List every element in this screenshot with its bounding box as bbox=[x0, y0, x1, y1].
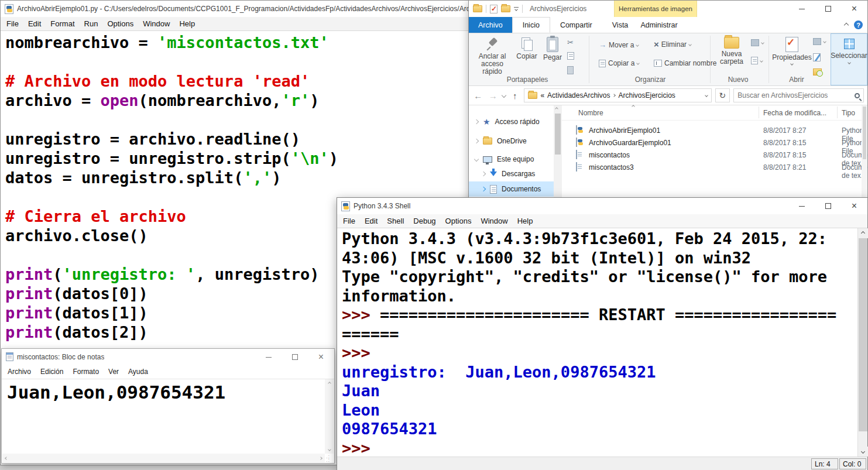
copy-button[interactable]: Copiar bbox=[513, 37, 540, 60]
breadcrumb[interactable]: « ActividadesArchivos ArchivosEjercicios bbox=[524, 88, 711, 102]
customize-toolbar-icon[interactable] bbox=[514, 7, 519, 11]
delete-button[interactable]: ×Eliminar bbox=[654, 40, 691, 49]
new-folder-quick-icon[interactable] bbox=[501, 5, 510, 12]
sidebar-item-onedrive[interactable]: OneDrive bbox=[469, 133, 554, 149]
sidebar-item-acceso-rápido[interactable]: ★Acceso rápido bbox=[469, 114, 554, 129]
shell-menu-file[interactable]: File bbox=[338, 214, 360, 228]
shell-menu-help[interactable]: Help bbox=[513, 214, 538, 228]
help-icon[interactable]: ? bbox=[854, 20, 863, 29]
notepad-vertical-scrollbar[interactable] bbox=[325, 379, 334, 454]
expand-chevron-icon[interactable] bbox=[474, 139, 479, 143]
file-row-ArchivoAbrirEjemplo01[interactable]: ArchivoAbrirEjemplo018/8/2017 8:27Python… bbox=[562, 125, 862, 137]
breadcrumb-crumb[interactable]: ActividadesArchivos bbox=[547, 91, 610, 100]
file-row-ArchivoGuardarEjemplo01[interactable]: ArchivoGuardarEjemplo018/8/2017 8:15Pyth… bbox=[562, 137, 862, 149]
file-row-miscontactos3[interactable]: miscontactos38/8/2017 8:21Documento de t… bbox=[562, 162, 862, 174]
history-button[interactable] bbox=[813, 68, 822, 76]
shell-menu-window[interactable]: Window bbox=[476, 214, 512, 228]
shell-maximize-button[interactable] bbox=[815, 198, 841, 214]
shell-menu-shell[interactable]: Shell bbox=[382, 214, 409, 228]
select-button[interactable]: Seleccionar bbox=[831, 33, 867, 85]
notepad-menu-archivo[interactable]: Archivo bbox=[3, 365, 36, 379]
column-header-tipo[interactable]: Tipo bbox=[842, 109, 855, 117]
notepad-menu-ver[interactable]: Ver bbox=[104, 365, 123, 379]
shell-titlebar[interactable]: Python 3.4.3 Shell × bbox=[337, 198, 867, 214]
address-dropdown-icon[interactable] bbox=[705, 94, 708, 97]
notepad-horizontal-scrollbar[interactable] bbox=[2, 454, 325, 462]
idle-menu-options[interactable]: Options bbox=[102, 17, 138, 31]
copy-to-button[interactable]: Copiar a bbox=[599, 59, 639, 67]
file-name: ArchivoGuardarEjemplo01 bbox=[589, 139, 671, 147]
notepad-menu-edición[interactable]: Edición bbox=[36, 365, 68, 379]
edit-button[interactable] bbox=[813, 53, 821, 61]
move-to-button[interactable]: →Mover a bbox=[599, 40, 639, 49]
shell-text-area[interactable]: Python 3.4.3 (v3.4.3:9b73f1c3e601, Feb 2… bbox=[337, 228, 857, 457]
explorer-maximize-button[interactable] bbox=[815, 1, 841, 17]
tab-compartir[interactable]: Compartir bbox=[550, 17, 602, 33]
explorer-titlebar[interactable]: ArchivosEjercicios Herramientas de image… bbox=[469, 1, 867, 17]
explorer-minimize-button[interactable] bbox=[788, 1, 815, 17]
explorer-close-button[interactable]: × bbox=[841, 1, 867, 17]
file-list-scrollbar[interactable] bbox=[862, 105, 867, 203]
code-line: nombrearchivo = 'miscontactos.txt' bbox=[5, 33, 469, 52]
up-button[interactable]: ↑ bbox=[509, 91, 521, 101]
notepad-menu-ayuda[interactable]: Ayuda bbox=[123, 365, 153, 379]
column-header-nombre[interactable]: Nombre bbox=[578, 109, 603, 117]
idle-menu-help[interactable]: Help bbox=[174, 17, 200, 31]
tab-archivo[interactable]: Archivo bbox=[469, 17, 512, 33]
breadcrumb-crumb[interactable]: ArchivosEjercicios bbox=[618, 91, 675, 100]
recent-locations-icon[interactable] bbox=[502, 93, 506, 98]
new-item-button[interactable] bbox=[751, 57, 763, 64]
sidebar-item-documentos[interactable]: Documentos bbox=[469, 181, 554, 197]
notepad-minimize-button[interactable] bbox=[255, 349, 282, 365]
notepad-text-area[interactable]: Juan,Leon,0987654321 bbox=[2, 379, 325, 454]
search-box[interactable] bbox=[733, 88, 864, 102]
file-row-miscontactos[interactable]: miscontactos8/8/2017 8:15Documento de te… bbox=[562, 149, 862, 162]
cut-button[interactable]: ✂ bbox=[567, 38, 574, 47]
notepad-titlebar[interactable]: miscontactos: Bloc de notas × bbox=[2, 349, 334, 365]
shell-scrollbar[interactable] bbox=[857, 228, 867, 457]
notepad-resize-grip[interactable]: .:.: bbox=[326, 455, 333, 462]
properties-button[interactable]: Propiedades bbox=[773, 37, 811, 65]
idle-editor-titlebar[interactable]: ArchivoAbrirEjemplo01.py - C:/Users/edel… bbox=[1, 1, 469, 17]
tab-inicio[interactable]: Inicio bbox=[512, 17, 550, 33]
expand-chevron-icon[interactable] bbox=[481, 171, 486, 176]
sidebar-item-este-equipo[interactable]: Este equipo bbox=[469, 152, 554, 167]
search-input[interactable] bbox=[737, 91, 843, 100]
expand-chevron-icon[interactable] bbox=[474, 157, 479, 162]
notepad-maximize-button[interactable] bbox=[282, 349, 308, 365]
rename-button[interactable]: Cambiar nombre bbox=[654, 59, 716, 67]
shell-minimize-button[interactable] bbox=[788, 198, 815, 214]
tab-administrar[interactable]: Administrar bbox=[624, 17, 694, 33]
copy-path-button[interactable] bbox=[567, 52, 574, 60]
sidebar-scrollbar[interactable] bbox=[554, 105, 562, 203]
pin-to-quick-access-button[interactable]: Anclar al acceso rápido bbox=[474, 37, 511, 76]
shell-menu-debug[interactable]: Debug bbox=[409, 214, 440, 228]
new-folder-button[interactable]: Nueva carpeta bbox=[715, 37, 749, 66]
open-button[interactable] bbox=[813, 38, 826, 45]
expand-chevron-icon[interactable] bbox=[481, 187, 486, 191]
notepad-menu-formato[interactable]: Formato bbox=[68, 365, 104, 379]
expand-chevron-icon[interactable] bbox=[474, 119, 479, 124]
shell-close-button[interactable]: × bbox=[841, 198, 867, 214]
idle-menu-window[interactable]: Window bbox=[138, 17, 174, 31]
idle-menu-run[interactable]: Run bbox=[80, 17, 103, 31]
scroll-down-icon[interactable] bbox=[858, 447, 868, 457]
column-header-fecha[interactable]: Fecha de modifica... bbox=[763, 109, 826, 117]
search-icon[interactable] bbox=[855, 93, 860, 98]
scroll-up-icon[interactable] bbox=[858, 228, 868, 238]
shell-menu-options[interactable]: Options bbox=[441, 214, 476, 228]
easy-access-button[interactable] bbox=[751, 39, 764, 46]
idle-menu-format[interactable]: Format bbox=[46, 17, 79, 31]
idle-menu-edit[interactable]: Edit bbox=[23, 17, 46, 31]
notepad-close-button[interactable]: × bbox=[308, 349, 334, 365]
properties-quick-icon[interactable] bbox=[490, 5, 498, 13]
sidebar-item-descargas[interactable]: Descargas bbox=[469, 166, 554, 181]
refresh-button[interactable]: ↻ bbox=[715, 88, 730, 102]
idle-menu-file[interactable]: File bbox=[2, 17, 23, 31]
collapse-ribbon-icon[interactable] bbox=[844, 22, 849, 27]
forward-button[interactable]: → bbox=[488, 91, 499, 101]
paste-shortcut-button[interactable] bbox=[567, 66, 574, 74]
shell-menu-edit[interactable]: Edit bbox=[360, 214, 382, 228]
paste-button[interactable]: Pegar bbox=[540, 37, 565, 61]
back-button[interactable]: ← bbox=[472, 91, 484, 101]
